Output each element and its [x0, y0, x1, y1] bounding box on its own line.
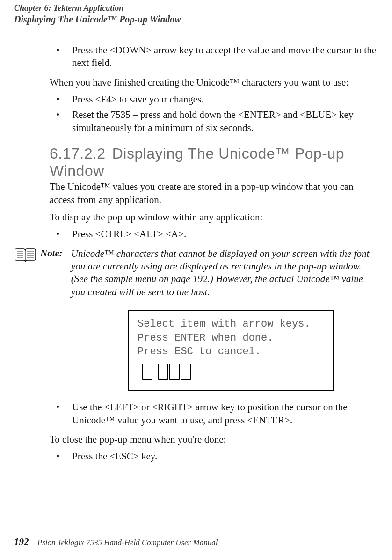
note-text: Unicode™ characters that cannot be displ…: [71, 247, 378, 298]
section-heading: 6.17.2.2Displaying The Unicode™ Pop-up W…: [50, 145, 378, 180]
paragraph: To display the pop-up window within any …: [50, 211, 378, 224]
rect-icon: [158, 364, 168, 380]
bullet-list-4: Use the <LEFT> or <RIGHT> arrow key to p…: [50, 401, 378, 427]
list-item: Press the <ESC> key.: [50, 450, 378, 463]
list-item: Press the <DOWN> arrow key to accept the…: [50, 44, 378, 70]
book-icon: [14, 248, 36, 265]
note-label: Note:: [40, 247, 63, 259]
header-chapter: Chapter 6: Tekterm Application: [14, 3, 378, 14]
list-item: Press <CTRL> <ALT> <A>.: [50, 228, 378, 241]
page-number: 192: [14, 536, 29, 547]
page-footer: 192 Psion Teklogix 7535 Hand-Held Comput…: [14, 536, 218, 548]
paragraph: The Unicode™ values you create are store…: [50, 181, 378, 206]
sample-popup: Select item with arrow keys. Press ENTER…: [128, 310, 334, 391]
list-item: Reset the 7535 – press and hold down the…: [50, 109, 378, 134]
bullet-list-3: Press <CTRL> <ALT> <A>.: [50, 228, 378, 241]
sample-line: Press ESC to cancel.: [138, 345, 326, 359]
rect-icon: [169, 364, 180, 380]
bullet-list-2: Press <F4> to save your changes. Reset t…: [50, 93, 378, 135]
footer-title: Psion Teklogix 7535 Hand-Held Computer U…: [37, 538, 218, 547]
unicode-placeholder-rects: [142, 364, 326, 380]
bullet-list-1: Press the <DOWN> arrow key to accept the…: [50, 44, 378, 70]
sample-line: Select item with arrow keys.: [138, 317, 326, 331]
paragraph: To close the pop-up menu when you're don…: [50, 433, 378, 446]
paragraph: When you have finished creating the Unic…: [50, 76, 378, 89]
header-section-title: Displaying The Unicode™ Pop-up Window: [14, 14, 378, 25]
section-number: 6.17.2.2: [50, 145, 106, 162]
list-item: Press <F4> to save your changes.: [50, 93, 378, 106]
bullet-list-5: Press the <ESC> key.: [50, 450, 378, 463]
sample-line: Press ENTER when done.: [138, 331, 326, 345]
rect-icon: [142, 364, 152, 380]
rect-icon: [181, 364, 191, 380]
list-item: Use the <LEFT> or <RIGHT> arrow key to p…: [50, 401, 378, 427]
